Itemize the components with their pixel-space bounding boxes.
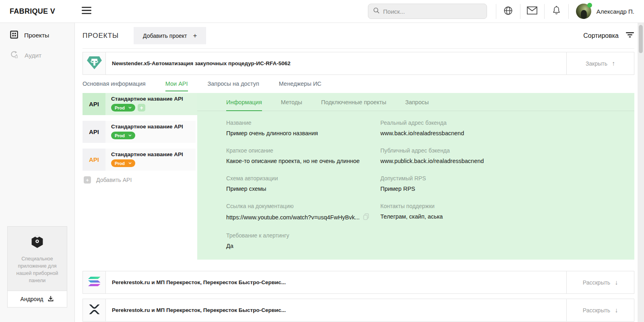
language-button[interactable] — [496, 0, 520, 23]
sidebar: Проекты Аудит Специальное приложение для… — [0, 23, 75, 322]
page-title: ПРОЕКТЫ — [83, 32, 119, 40]
api-abbr-badge: API — [83, 93, 105, 115]
chevron-down-icon — [128, 134, 132, 136]
projects-grid-icon — [10, 31, 18, 40]
api-abbr-badge: API — [83, 149, 105, 171]
scrollbar-thumb[interactable] — [639, 25, 643, 53]
api-list: API Стандартное название API Prod + — [83, 93, 197, 260]
arrow-down-icon: ↓ — [615, 307, 618, 314]
sort-label: Сортировка — [583, 32, 619, 39]
field-value: Какое-то описание проекта, но не очень д… — [226, 158, 380, 164]
project-card-collapsed: Perekrestok.ru и МП Перекресток, Перекре… — [83, 299, 634, 322]
tab-is-managers[interactable]: Менеджеры ИС — [279, 80, 322, 91]
env-badge-prod[interactable]: Prod — [111, 132, 135, 139]
project-title[interactable]: Perekrestok.ru и МП Перекресток, Перекре… — [106, 299, 566, 321]
field-label: Реальный адрес бэкенда — [380, 120, 626, 126]
documentation-link[interactable]: https://www.youtube.com/watch?v=usq4FwHy… — [226, 214, 360, 221]
add-project-button[interactable]: Добавить проект + — [134, 27, 206, 44]
tab-methods[interactable]: Методы — [281, 99, 302, 111]
sidebar-item-label: Проекты — [24, 32, 49, 39]
online-status-dot — [587, 3, 592, 8]
field-auth-scheme: Схема авторизации Пример схемы — [226, 175, 380, 192]
solana-logo-icon — [88, 277, 101, 288]
field-label: Схема авторизации — [226, 175, 380, 182]
field-value: Пример схемы — [226, 186, 380, 192]
api-title: Стандартное название API — [111, 151, 183, 157]
env-badge-prod[interactable]: Prod — [111, 159, 135, 167]
env-badge-label: Prod — [115, 161, 125, 166]
project-title[interactable]: Perekrestok.ru и МП Перекресток, Перекре… — [106, 271, 566, 293]
sidebar-item-audit[interactable]: Аудит — [0, 50, 74, 62]
field-value: www.back.io/realadressbacnend — [380, 130, 626, 136]
copy-icon[interactable] — [363, 213, 369, 221]
field-alerting-requirement: Требование к алертингу Да — [226, 232, 380, 249]
sidebar-item-projects[interactable]: Проекты — [0, 29, 74, 41]
field-label: Название — [226, 120, 380, 126]
field-label: Краткое описание — [226, 147, 380, 154]
field-value: www.publick.back.io/realadressbacnend — [380, 158, 626, 164]
tab-information[interactable]: Информация — [226, 99, 262, 111]
api-panel-tabs: Информация Методы Подключенные проекты З… — [197, 93, 634, 111]
project-logo-cell — [83, 52, 106, 74]
expand-label: Расскрыть — [583, 279, 610, 286]
tether-logo-icon — [87, 56, 102, 71]
api-abbr-badge: API — [83, 121, 105, 143]
field-empty-cell — [380, 232, 626, 249]
audit-icon — [10, 51, 19, 60]
cube-app-icon — [12, 235, 63, 250]
add-api-label: Добавить API — [96, 177, 132, 183]
avatar — [576, 4, 591, 19]
env-badge-prod[interactable]: Prod — [111, 104, 135, 111]
chevron-down-icon — [128, 162, 132, 164]
tab-connected-projects[interactable]: Подключенные проекты — [321, 99, 386, 111]
tab-my-api[interactable]: Мои API — [165, 80, 188, 91]
field-label: Ссылка на документацию — [226, 203, 380, 209]
field-label: Контакты поддержки — [380, 203, 626, 209]
android-download-button[interactable]: Андроид — [8, 291, 67, 307]
api-list-item[interactable]: API Стандартное название API Prod — [83, 121, 196, 143]
project-logo-cell — [83, 271, 106, 293]
app-header: FABRIQUE V Александр П. — [0, 0, 644, 23]
search-box[interactable] — [368, 4, 487, 19]
arrow-down-icon: ↓ — [615, 279, 618, 286]
tab-access-requests[interactable]: Запросы на доступ — [208, 80, 259, 91]
app-promo-card: Специальное приложение для нашей приборн… — [7, 226, 67, 308]
field-value: Пример очень длинного названия — [226, 130, 380, 136]
mail-icon — [527, 6, 537, 16]
field-documentation-link: Ссылка на документацию https://www.youtu… — [226, 203, 380, 221]
api-title: Стандартное название API — [111, 96, 183, 102]
expand-project-button[interactable]: Расскрыть ↓ — [566, 299, 634, 321]
add-env-badge-button[interactable]: + — [138, 104, 145, 111]
search-input[interactable] — [383, 8, 482, 15]
api-list-item[interactable]: API Стандартное название API Prod — [83, 149, 196, 171]
collapse-label: Закрыть — [586, 60, 607, 67]
scrollbar-track[interactable] — [638, 23, 644, 322]
collapse-project-button[interactable]: Закрыть ↑ — [566, 52, 634, 74]
tab-requests[interactable]: Запросы — [405, 99, 429, 111]
notifications-button[interactable] — [545, 0, 568, 23]
project-tabs: Основная информация Мои API Запросы на д… — [83, 80, 634, 91]
field-value: Да — [226, 243, 380, 249]
sort-button[interactable]: Сортировка — [583, 32, 634, 39]
field-value: Телеграм, скайп, аська — [380, 213, 626, 220]
expand-project-button[interactable]: Расскрыть ↓ — [566, 271, 634, 293]
sidebar-item-label: Аудит — [25, 52, 41, 59]
field-label: Публичный адрес бэкенда — [380, 147, 626, 154]
add-api-button[interactable]: + Добавить API — [83, 176, 197, 184]
project-title[interactable]: Newstender.x5-Автоматизация закупочных п… — [106, 52, 566, 74]
tab-main-info[interactable]: Основная информация — [83, 80, 146, 91]
collapsed-projects: Perekrestok.ru и МП Перекресток, Перекре… — [83, 271, 634, 322]
api-detail-panel: Информация Методы Подключенные проекты З… — [197, 93, 634, 260]
api-section: API Стандартное название API Prod + — [83, 93, 634, 260]
xrp-logo-icon — [88, 304, 101, 316]
hamburger-menu-button[interactable] — [82, 7, 91, 16]
chevron-down-icon — [128, 107, 132, 109]
user-menu[interactable]: Александр П. — [569, 4, 634, 19]
field-public-backend-address: Публичный адрес бэкенда www.publick.back… — [380, 147, 626, 164]
field-name: Название Пример очень длинного названия — [226, 120, 380, 136]
expand-label: Расскрыть — [583, 307, 610, 314]
messages-button[interactable] — [520, 0, 544, 23]
api-list-item-selected[interactable]: API Стандартное название API Prod + — [83, 93, 197, 115]
api-title: Стандартное название API — [111, 124, 183, 130]
field-real-backend-address: Реальный адрес бэкенда www.back.io/reala… — [380, 120, 626, 136]
